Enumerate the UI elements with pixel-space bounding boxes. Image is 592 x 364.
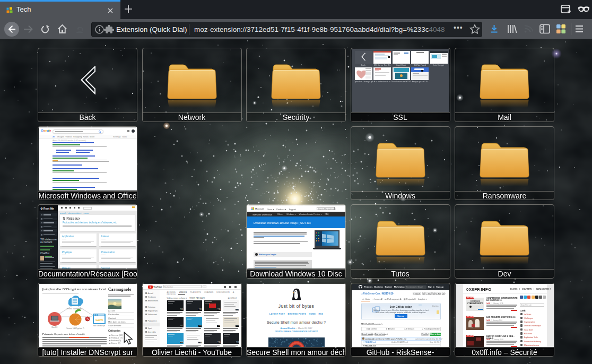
svg-text:Mon PC: Mon PC (52, 326, 58, 328)
svg-text:www: www (95, 318, 103, 322)
svg-text:Site Web Bloqué: Site Web Bloqué (93, 325, 106, 327)
svg-text:Serveur DNS-Menteur?: Serveur DNS-Menteur? (66, 308, 83, 310)
svg-text:Serveur DNSCrypt sur Pi: Serveur DNSCrypt sur Pi (66, 327, 84, 330)
